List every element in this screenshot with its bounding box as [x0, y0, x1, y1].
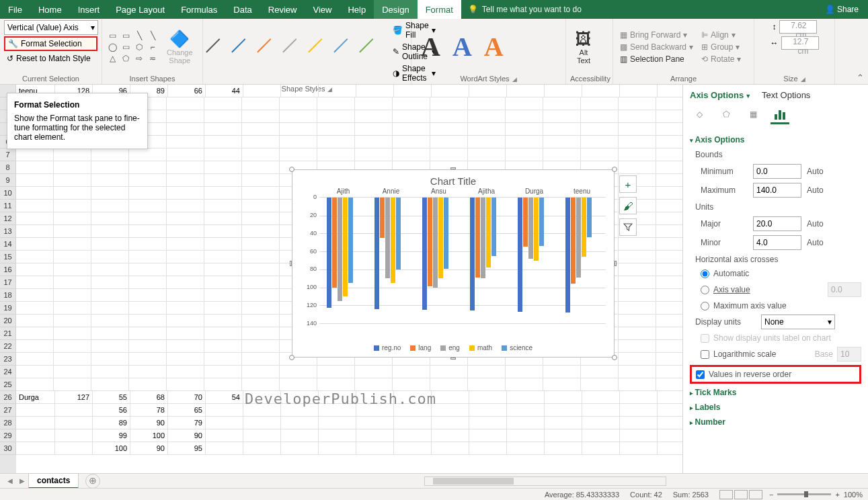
axis-options-section[interactable]: Axis Options: [690, 132, 861, 147]
horizontal-scrollbar[interactable]: [424, 476, 666, 486]
add-sheet-button[interactable]: ⊕: [85, 474, 100, 489]
sheet-nav-prev[interactable]: ◀: [4, 477, 16, 485]
group-label: Size: [783, 73, 797, 84]
embedded-chart[interactable]: + 🖌 Chart Title AjithAnnieAnsuAjithaDurg…: [292, 169, 615, 358]
tab-formulas[interactable]: Formulas: [173, 0, 225, 19]
chart-add-element-button[interactable]: +: [619, 175, 637, 193]
tab-format[interactable]: Format: [418, 0, 461, 19]
format-icon: 🔧: [8, 39, 18, 48]
group-label: Insert Shapes: [106, 73, 198, 84]
resize-handle[interactable]: [612, 355, 617, 360]
chart-legend[interactable]: reg.nolangengmathscience: [292, 344, 614, 351]
zoom-level[interactable]: 100%: [844, 491, 863, 499]
group-label: Current Selection: [4, 73, 97, 84]
shapes-gallery[interactable]: ▭▭╲╲ ◯▭⬡⌐ △⬠⇨≂: [106, 30, 159, 64]
ribbon: Vertical (Value) Axis▾ 🔧Format Selection…: [0, 19, 868, 85]
bounds-min-input[interactable]: [753, 164, 801, 179]
bring-forward-button[interactable]: ▦Bring Forward ▾: [617, 30, 696, 40]
show-display-label-check: Show display units label on chart: [690, 331, 861, 345]
group-label: Accessibility: [570, 73, 608, 84]
wordart-gallery[interactable]: AAA: [416, 31, 509, 62]
tab-review[interactable]: Review: [260, 0, 305, 19]
tab-data[interactable]: Data: [225, 0, 260, 19]
page-layout-view-button[interactable]: [734, 490, 748, 499]
values-reverse-order-check[interactable]: Values in reverse order: [690, 365, 861, 384]
resize-handle[interactable]: [450, 358, 456, 360]
display-units-select[interactable]: None▾: [761, 315, 835, 329]
axis-options-icon[interactable]: [771, 106, 789, 124]
ribbon-tabs: File Home Insert Page Layout Formulas Da…: [0, 0, 868, 19]
crosses-automatic-radio[interactable]: Automatic: [690, 267, 861, 280]
format-selection-button[interactable]: 🔧Format Selection: [4, 36, 97, 51]
alt-text-button[interactable]: 🖼Alt Text: [570, 27, 597, 67]
labels-section[interactable]: Labels: [690, 400, 861, 415]
tab-pagelayout[interactable]: Page Layout: [108, 0, 173, 19]
align-button[interactable]: ⊫Align ▾: [699, 30, 744, 40]
tab-design[interactable]: Design: [374, 0, 417, 19]
send-backward-button[interactable]: ▩Send Backward ▾: [617, 42, 696, 52]
tab-home[interactable]: Home: [30, 0, 70, 19]
units-minor-input[interactable]: [753, 235, 801, 250]
tell-me[interactable]: 💡Tell me what you want to do: [468, 0, 582, 19]
chart-filter-button[interactable]: [619, 218, 637, 236]
effects-icon[interactable]: ⬠: [717, 106, 736, 124]
sheet-tab-contacts[interactable]: contacts: [28, 473, 79, 489]
status-bar: Average: 85.43333333 Count: 42 Sum: 2563…: [0, 488, 868, 500]
log-scale-check[interactable]: Logarithmic scaleBase: [690, 345, 861, 364]
text-options-tab[interactable]: Text Options: [762, 90, 810, 100]
plot-area[interactable]: AjithAnnieAnsuAjithaDurgateenu 020406080…: [319, 197, 606, 323]
share-button[interactable]: 👤 Share: [816, 0, 868, 19]
change-shape-button[interactable]: 🔷Change Shape: [161, 27, 198, 67]
tick-marks-section[interactable]: Tick Marks: [690, 385, 861, 400]
resize-handle[interactable]: [289, 355, 294, 360]
selection-pane-icon: ▥: [620, 54, 627, 64]
tab-help[interactable]: Help: [340, 0, 374, 19]
change-shape-icon: 🔷: [169, 30, 190, 48]
alt-text-icon: 🖼: [576, 30, 592, 48]
size-props-icon[interactable]: ▦: [744, 106, 762, 124]
normal-view-button[interactable]: [719, 490, 733, 499]
sheet-nav-next[interactable]: ▶: [16, 477, 28, 485]
fill-line-icon[interactable]: ◇: [690, 106, 709, 124]
tab-insert[interactable]: Insert: [70, 0, 108, 19]
zoom-slider[interactable]: [777, 493, 831, 495]
align-icon: ⊫: [701, 30, 708, 40]
chart-title[interactable]: Chart Title: [292, 170, 614, 190]
group-button[interactable]: ⊞Group ▾: [699, 42, 744, 52]
resize-handle[interactable]: [290, 261, 292, 266]
dialog-launcher-icon[interactable]: ◢: [801, 76, 805, 83]
shape-styles-gallery[interactable]: [207, 40, 385, 64]
format-axis-pane: Axis Options▼ Text Options ◇ ⬠ ▦ Axis Op…: [682, 85, 868, 473]
tooltip-body: Show the Format task pane to fine-tune f…: [14, 114, 141, 142]
chart-styles-button[interactable]: 🖌: [619, 197, 637, 214]
resize-handle[interactable]: [289, 167, 294, 172]
reset-icon: ↺: [7, 54, 13, 63]
resize-handle[interactable]: [612, 167, 617, 172]
crosses-axisvalue-radio[interactable]: Axis value: [690, 280, 861, 299]
chart-element-dropdown[interactable]: Vertical (Value) Axis▾: [4, 20, 98, 35]
zoom-out-button[interactable]: −: [769, 491, 773, 499]
page-break-view-button[interactable]: [749, 490, 762, 499]
reset-match-style-button[interactable]: ↺Reset to Match Style: [4, 52, 97, 65]
bring-forward-icon: ▦: [620, 30, 627, 40]
resize-handle[interactable]: [450, 167, 456, 169]
number-section[interactable]: Number: [690, 415, 861, 429]
axis-options-tab[interactable]: Axis Options▼: [690, 90, 751, 100]
width-input[interactable]: 12.7 cm: [781, 36, 819, 50]
zoom-in-button[interactable]: +: [835, 491, 839, 499]
sheet-tab-bar: ◀ ▶ contacts ⊕: [0, 473, 868, 488]
chevron-down-icon: ▾: [91, 23, 95, 32]
crosses-maxvalue-radio[interactable]: Maximum axis value: [690, 299, 861, 312]
dialog-launcher-icon[interactable]: ◢: [512, 76, 517, 83]
units-major-input[interactable]: [753, 216, 801, 231]
resize-handle[interactable]: [615, 261, 617, 266]
collapse-ribbon-icon[interactable]: ⌃: [857, 73, 864, 83]
bounds-max-input[interactable]: [753, 183, 801, 198]
selection-pane-button[interactable]: ▥Selection Pane: [617, 54, 696, 65]
tab-file[interactable]: File: [0, 0, 30, 19]
bulb-icon: 💡: [468, 5, 478, 14]
rotate-button[interactable]: ⟲Rotate ▾: [699, 54, 744, 65]
tab-view[interactable]: View: [305, 0, 340, 19]
bounds-label: Bounds: [690, 147, 861, 162]
height-input[interactable]: 7.62 cm: [779, 20, 817, 34]
